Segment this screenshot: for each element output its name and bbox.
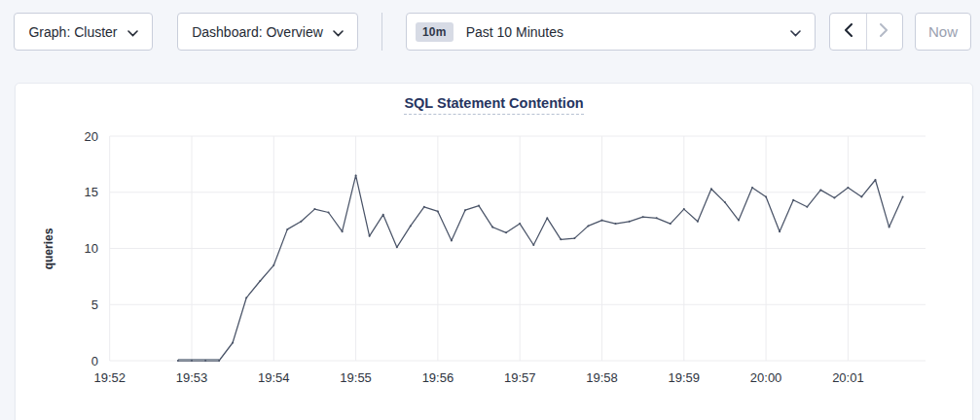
data-point (546, 217, 548, 219)
data-point (478, 205, 480, 207)
graph-dropdown[interactable]: Graph: Cluster (14, 13, 153, 51)
data-point (451, 239, 453, 241)
y-tick-label: 20 (85, 129, 98, 144)
data-point (615, 223, 617, 225)
graph-dropdown-label: Graph: Cluster (28, 24, 117, 40)
chevron-down-icon (127, 24, 138, 40)
x-tick-label: 20:01 (832, 370, 864, 385)
data-point (847, 187, 849, 189)
dashboard-dropdown[interactable]: Dashboard: Overview (177, 13, 358, 51)
toolbar-divider (381, 13, 382, 51)
time-range-picker[interactable]: 10m Past 10 Minutes (406, 13, 816, 51)
data-point (765, 195, 767, 197)
data-point (601, 220, 603, 222)
data-point (724, 201, 726, 203)
data-point (382, 214, 384, 216)
data-point (833, 197, 835, 199)
data-point (656, 217, 658, 219)
data-point (573, 237, 575, 239)
data-point (889, 227, 890, 228)
time-range-label: Past 10 Minutes (466, 24, 790, 40)
data-point (519, 223, 521, 225)
prev-time-button[interactable] (830, 14, 867, 50)
data-point (191, 360, 193, 362)
y-tick-label: 10 (85, 241, 98, 256)
chart-card: SQL Statement Contention 05101520 19:521… (15, 83, 973, 420)
data-point (232, 342, 234, 344)
data-point (286, 228, 288, 230)
x-tick-label: 19:55 (340, 370, 372, 385)
chart-line-series (177, 174, 904, 362)
data-point (505, 231, 507, 233)
x-tick-label: 19:59 (669, 370, 701, 385)
y-tick-label: 5 (91, 298, 98, 312)
chart-title-row: SQL Statement Contention (16, 84, 972, 115)
data-point (792, 199, 794, 201)
data-point (396, 246, 398, 248)
now-button[interactable]: Now (915, 13, 971, 51)
data-point (328, 212, 330, 214)
data-point (259, 280, 261, 282)
data-point (902, 195, 904, 197)
data-point (806, 206, 808, 208)
data-point (532, 244, 534, 246)
data-point (587, 225, 589, 227)
data-point (491, 227, 493, 228)
data-point (245, 297, 247, 298)
next-time-button[interactable] (867, 14, 903, 50)
x-tick-label: 19:56 (422, 370, 454, 385)
y-tick-label: 0 (91, 354, 98, 368)
data-point (738, 220, 740, 222)
data-point (629, 221, 631, 223)
series-line (178, 175, 903, 361)
data-point (218, 360, 220, 362)
x-tick-label: 19:57 (504, 370, 536, 385)
time-range-badge: 10m (416, 22, 454, 42)
data-point (342, 230, 344, 232)
y-tick-label: 15 (85, 185, 98, 199)
data-point (423, 206, 425, 208)
x-tick-label: 19:53 (176, 370, 208, 385)
data-point (300, 221, 302, 223)
chevron-down-icon (333, 24, 344, 40)
chevron-right-icon (880, 23, 889, 41)
x-tick-label: 19:52 (93, 370, 126, 385)
x-tick-label: 19:58 (586, 370, 618, 385)
data-point (642, 216, 644, 218)
chevron-down-icon (790, 24, 801, 40)
y-axis-tick-labels: 05101520 (85, 129, 98, 368)
chart-title[interactable]: SQL Statement Contention (404, 95, 583, 115)
data-point (313, 208, 315, 210)
data-point (464, 209, 466, 211)
data-point (410, 225, 412, 227)
data-point (710, 188, 712, 190)
data-point (779, 230, 780, 232)
line-chart[interactable]: 05101520 19:5219:5319:5419:5519:5619:571… (16, 122, 974, 414)
chevron-left-icon (844, 23, 853, 41)
data-point (751, 187, 753, 189)
y-axis-label: queries (42, 228, 55, 269)
data-point (204, 360, 206, 362)
data-point (683, 208, 685, 210)
data-point (369, 235, 371, 237)
data-point (697, 221, 699, 223)
data-point (560, 238, 562, 240)
data-point (860, 195, 862, 197)
x-axis-tick-labels: 19:5219:5319:5419:5519:5619:5719:5819:59… (93, 370, 863, 385)
data-point (875, 179, 877, 181)
time-step-buttons (829, 13, 903, 51)
chart-gridlines (110, 136, 926, 361)
data-point (177, 360, 179, 362)
data-point (355, 174, 357, 176)
data-point (670, 223, 671, 225)
x-tick-label: 20:00 (750, 370, 782, 385)
data-point (437, 210, 439, 212)
metrics-page: Graph: Cluster Dashboard: Overview 10m P… (0, 0, 980, 420)
data-point (272, 264, 274, 266)
data-point (819, 189, 821, 191)
dashboard-dropdown-label: Dashboard: Overview (192, 24, 323, 40)
x-tick-label: 19:54 (258, 370, 290, 385)
